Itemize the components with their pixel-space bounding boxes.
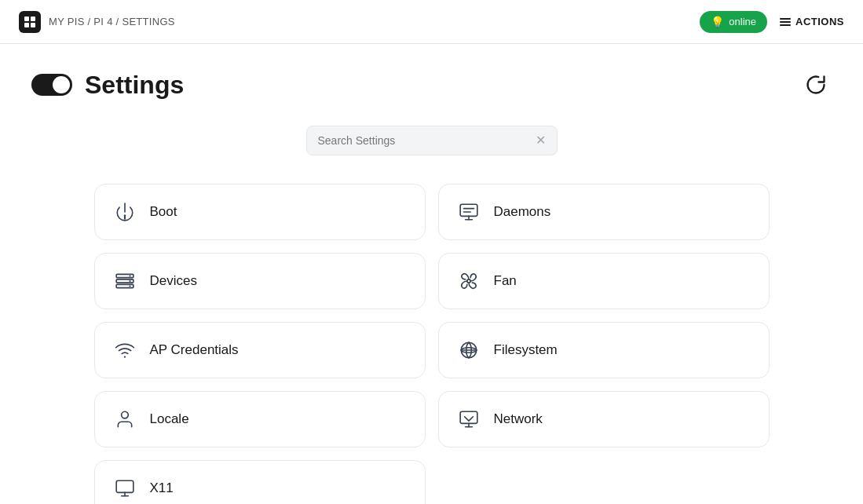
card-label-fan: Fan: [494, 273, 517, 289]
network-icon: [458, 409, 480, 429]
card-label-network: Network: [494, 411, 543, 427]
card-label-daemons: Daemons: [494, 204, 551, 220]
main-content: Settings ✕ Boot: [0, 44, 863, 504]
card-label-devices: Devices: [150, 273, 197, 289]
daemons-icon: [458, 202, 480, 222]
settings-card-devices[interactable]: Devices: [94, 253, 426, 309]
svg-point-14: [123, 356, 125, 358]
settings-card-ap-credentials[interactable]: AP Credentials: [94, 322, 426, 378]
fan-icon: [458, 271, 480, 291]
svg-point-12: [129, 285, 130, 287]
page-title-row: Settings: [31, 71, 184, 100]
devices-icon: [114, 271, 136, 291]
app-logo: [19, 11, 41, 33]
refresh-button[interactable]: [800, 69, 832, 100]
status-icon: 💡: [711, 16, 724, 28]
power-icon: [114, 202, 136, 222]
card-label-boot: Boot: [150, 204, 177, 220]
search-box: ✕: [306, 126, 558, 155]
header-left: MY PIS / PI 4 / SETTINGS: [19, 11, 175, 33]
wifi-icon: [114, 340, 136, 360]
settings-card-x11[interactable]: X11: [94, 460, 426, 504]
person-icon: [114, 409, 136, 429]
header-right: 💡 online ACTIONS: [700, 11, 844, 33]
settings-toggle[interactable]: [31, 74, 72, 96]
settings-card-locale[interactable]: Locale: [94, 391, 426, 447]
svg-point-18: [121, 411, 128, 418]
svg-point-10: [129, 275, 130, 276]
status-label: online: [729, 16, 756, 27]
monitor-icon: [114, 478, 136, 499]
actions-button[interactable]: ACTIONS: [780, 16, 844, 27]
card-label-ap-credentials: AP Credentials: [150, 342, 239, 358]
filesystem-icon: [458, 340, 480, 360]
search-container: ✕: [31, 126, 832, 155]
online-status-badge: 💡 online: [700, 11, 767, 33]
breadcrumb: MY PIS / PI 4 / SETTINGS: [49, 16, 175, 27]
page-title: Settings: [85, 71, 184, 100]
card-label-filesystem: Filesystem: [494, 342, 558, 358]
settings-card-fan[interactable]: Fan: [438, 253, 770, 309]
settings-card-boot[interactable]: Boot: [94, 184, 426, 240]
settings-card-daemons[interactable]: Daemons: [438, 184, 770, 240]
page-header: Settings: [31, 69, 832, 100]
settings-grid: Boot Daemons Devices Fan: [94, 184, 770, 504]
svg-rect-2: [460, 204, 477, 216]
svg-point-11: [129, 280, 130, 282]
settings-card-network[interactable]: Network: [438, 391, 770, 447]
app-header: MY PIS / PI 4 / SETTINGS 💡 online ACTION…: [0, 0, 863, 44]
card-label-locale: Locale: [150, 411, 189, 427]
actions-icon: [780, 18, 791, 26]
svg-rect-19: [460, 411, 477, 423]
actions-label: ACTIONS: [795, 16, 844, 27]
svg-rect-22: [116, 480, 133, 492]
settings-card-filesystem[interactable]: Filesystem: [438, 322, 770, 378]
search-input[interactable]: [318, 134, 536, 147]
search-clear-button[interactable]: ✕: [536, 134, 546, 147]
card-label-x11: X11: [150, 480, 174, 496]
